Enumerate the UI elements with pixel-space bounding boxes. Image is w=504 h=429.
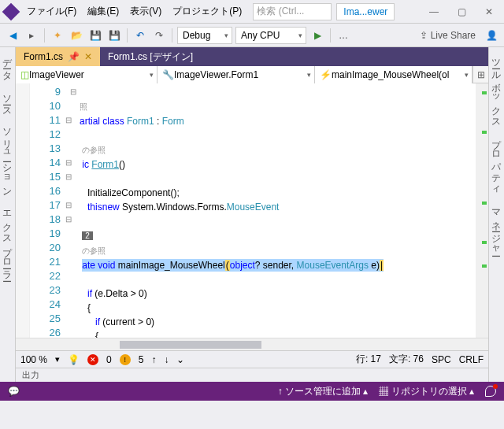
document-tabs: Form1.cs 📌 ✕ Form1.cs [デザイン] bbox=[16, 47, 488, 66]
save-all-icon[interactable]: 💾 bbox=[106, 28, 122, 43]
tab-form1-cs[interactable]: Form1.cs 📌 ✕ bbox=[16, 47, 100, 66]
code-editor[interactable]: 9101112131415161718192021222324252627282… bbox=[16, 83, 488, 338]
new-project-icon[interactable]: ✦ bbox=[50, 28, 65, 43]
output-panel-header[interactable]: 出力 bbox=[16, 368, 488, 382]
nav-down-icon[interactable]: ↓ bbox=[164, 354, 169, 365]
notifications-icon[interactable] bbox=[485, 386, 496, 397]
feedback-icon[interactable]: 💬 bbox=[8, 386, 20, 397]
menu-file[interactable]: ファイル(F) bbox=[22, 2, 81, 20]
save-icon[interactable]: 💾 bbox=[87, 28, 103, 43]
menu-view[interactable]: 表示(V) bbox=[125, 2, 166, 20]
step-icon[interactable]: … bbox=[335, 28, 351, 43]
sidetab-left[interactable]: データ ソース ソリューション エクスプローラー bbox=[0, 47, 16, 382]
live-share-button[interactable]: ⇪ Live Share bbox=[415, 30, 480, 41]
menu-edit[interactable]: 編集(E) bbox=[83, 2, 124, 20]
repo-select[interactable]: ▦ リポジトリの選択 ▴ bbox=[379, 385, 474, 398]
close-button[interactable]: ✕ bbox=[479, 3, 499, 20]
lightbulb-icon[interactable]: 💡 bbox=[68, 354, 80, 365]
solution-title[interactable]: Ima...ewer bbox=[336, 3, 395, 20]
main-menu: ファイル(F) 編集(E) 表示(V) プロジェクト(P) bbox=[22, 2, 246, 20]
nav-up-icon[interactable]: ↑ bbox=[151, 354, 156, 365]
eol-mode[interactable]: CRLF bbox=[459, 354, 484, 365]
sidetab-right[interactable]: ツールボックス プロパティ マネージャー bbox=[488, 47, 504, 382]
nav-namespace[interactable]: ◫ ImageViewer bbox=[16, 66, 158, 83]
close-tab-icon[interactable]: ✕ bbox=[84, 51, 92, 62]
nav-fwd-icon[interactable]: ▸ bbox=[24, 28, 39, 43]
maximize-button[interactable]: ▢ bbox=[451, 3, 472, 20]
hscroll[interactable] bbox=[16, 338, 488, 350]
nav-back-icon[interactable]: ◀ bbox=[5, 28, 20, 43]
search-input[interactable]: 検索 (Ctrl... bbox=[253, 3, 332, 20]
run-icon[interactable]: ▶ bbox=[309, 28, 325, 43]
caret-col: 文字: 76 bbox=[389, 353, 424, 366]
minimize-button[interactable]: — bbox=[423, 3, 445, 20]
source-control[interactable]: ↑ ソース管理に追加 ▴ bbox=[278, 385, 369, 398]
warn-icon[interactable]: ! bbox=[120, 354, 131, 365]
zoom-combo[interactable]: 100 % bbox=[20, 354, 47, 365]
vs-logo-icon bbox=[2, 2, 20, 20]
undo-icon[interactable]: ↶ bbox=[132, 28, 148, 43]
split-icon[interactable]: ⊞ bbox=[472, 66, 488, 83]
nav-member[interactable]: ⚡ mainImage_MouseWheel(ol bbox=[315, 66, 472, 83]
admin-icon[interactable]: 👤 bbox=[484, 28, 499, 43]
nav-class[interactable]: 🔧 ImageViewer.Form1 bbox=[158, 66, 315, 83]
caret-line: 行: 17 bbox=[356, 353, 381, 366]
vscroll[interactable] bbox=[476, 83, 488, 338]
indent-mode[interactable]: SPC bbox=[432, 354, 451, 365]
pin-icon[interactable]: 📌 bbox=[68, 51, 80, 62]
menu-project[interactable]: プロジェクト(P) bbox=[168, 2, 246, 20]
open-icon[interactable]: 📂 bbox=[69, 28, 84, 43]
error-icon[interactable]: ✕ bbox=[87, 354, 98, 365]
tab-form1-design[interactable]: Form1.cs [デザイン] bbox=[100, 47, 201, 66]
platform-combo[interactable]: Any CPU bbox=[235, 27, 306, 44]
share-icon: ⇪ bbox=[420, 30, 428, 41]
find-icon[interactable]: ⌄ bbox=[176, 354, 184, 365]
config-combo[interactable]: Debug bbox=[177, 27, 232, 44]
redo-icon[interactable]: ↷ bbox=[151, 28, 167, 43]
